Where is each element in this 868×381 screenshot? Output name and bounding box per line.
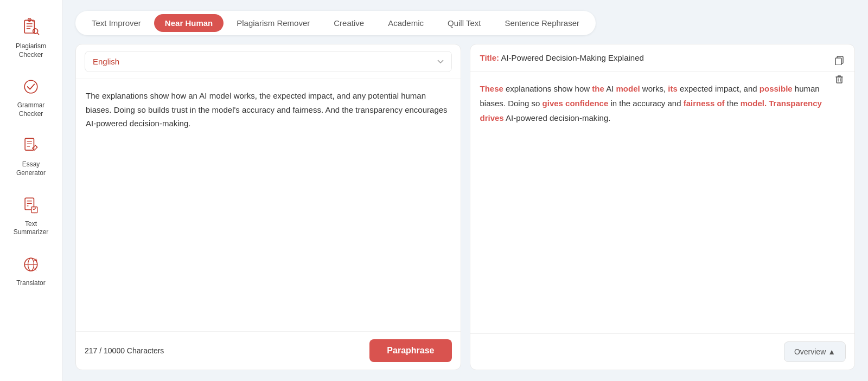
sidebar-item-plagiarism-checker[interactable]: Plagiarism Checker	[7, 11, 55, 64]
output-header: Title: AI-Powered Decision-Making Explai…	[470, 44, 855, 72]
paraphrase-button[interactable]: Paraphrase	[369, 339, 451, 362]
sidebar-item-grammar-checker[interactable]: Grammar Checker	[7, 70, 55, 124]
char-separator: /	[99, 346, 104, 355]
output-word-the: the	[592, 84, 604, 93]
input-panel: English Spanish French German The explan…	[75, 44, 461, 370]
output-text-3: works,	[642, 84, 668, 93]
output-word-these: These	[480, 84, 503, 93]
output-word-its: its	[668, 84, 678, 93]
main-content: Text Improver Near Human Plagiarism Remo…	[62, 0, 868, 381]
delete-button[interactable]	[832, 72, 847, 87]
tab-plagiarism-remover[interactable]: Plagiarism Remover	[226, 14, 321, 32]
output-panel: Title: AI-Powered Decision-Making Explai…	[470, 44, 856, 370]
overview-button[interactable]: Overview ▲	[784, 341, 846, 362]
tab-creative[interactable]: Creative	[323, 14, 375, 32]
sidebar-item-plagiarism-checker-label: Plagiarism Checker	[11, 42, 51, 59]
tab-academic[interactable]: Academic	[377, 14, 435, 32]
svg-rect-25	[835, 58, 841, 65]
output-word-possible: possible	[760, 84, 793, 93]
content-area: English Spanish French German The explan…	[75, 44, 855, 370]
delete-icon	[834, 74, 845, 85]
sidebar-item-translator-label: Translator	[16, 279, 46, 288]
sidebar-item-text-summarizer-label: Text Summarizer	[11, 220, 51, 237]
essay-generator-icon	[20, 134, 42, 157]
plagiarism-checker-icon	[20, 16, 42, 39]
sidebar-item-essay-generator-label: Essay Generator	[11, 160, 51, 177]
title-text: AI-Powered Decision-Making Explained	[501, 53, 643, 62]
output-text-2: AI	[606, 84, 616, 93]
svg-rect-26	[837, 77, 842, 83]
output-body: These explanations show how the AI model…	[470, 72, 855, 333]
input-footer: 217 / 10000 Characters Paraphrase	[76, 331, 461, 370]
text-summarizer-icon	[20, 194, 42, 217]
svg-rect-18	[31, 206, 37, 212]
svg-point-9	[24, 80, 37, 93]
tab-sentence-rephraser[interactable]: Sentence Rephraser	[494, 14, 590, 32]
svg-line-14	[35, 145, 37, 147]
char-label: Characters	[127, 346, 164, 355]
input-textarea[interactable]: The explanations show how an AI model wo…	[76, 79, 461, 331]
output-action-icons	[832, 52, 847, 87]
sidebar-item-essay-generator[interactable]: Essay Generator	[7, 129, 55, 183]
char-max: 10000	[104, 346, 125, 355]
svg-text:A: A	[35, 257, 37, 261]
output-text-4: expected impact, and	[680, 84, 760, 93]
output-title: Title: AI-Powered Decision-Making Explai…	[480, 53, 644, 62]
copy-icon	[834, 54, 845, 65]
output-word-model: model	[616, 84, 640, 93]
copy-button[interactable]	[832, 52, 847, 67]
sidebar-item-text-summarizer[interactable]: Text Summarizer	[7, 189, 55, 242]
translator-icon: A 文	[20, 253, 42, 276]
svg-text:文: 文	[34, 267, 37, 270]
language-select-wrap: English Spanish French German	[76, 44, 461, 79]
language-select[interactable]: English Spanish French German	[85, 51, 452, 72]
tab-bar: Text Improver Near Human Plagiarism Remo…	[75, 11, 596, 35]
svg-line-5	[37, 33, 39, 35]
output-text-1: explanations show how	[506, 84, 592, 93]
output-text-7: the	[727, 99, 741, 108]
output-text-8: AI-powered decision-making.	[506, 113, 610, 122]
output-footer: Overview ▲	[470, 333, 855, 370]
tab-near-human[interactable]: Near Human	[154, 14, 224, 32]
tab-text-improver[interactable]: Text Improver	[81, 14, 152, 32]
sidebar-item-translator[interactable]: A 文 Translator	[7, 248, 55, 293]
output-word-fairness-of: fairness of	[684, 99, 725, 108]
sidebar-item-grammar-checker-label: Grammar Checker	[11, 101, 51, 118]
output-text-6: in the accuracy and	[610, 99, 683, 108]
char-current: 217	[85, 346, 97, 355]
output-word-gives-confidence: gives confidence	[542, 99, 609, 108]
char-count: 217 / 10000 Characters	[85, 346, 164, 355]
sidebar: Plagiarism Checker Grammar Checker Essay…	[0, 0, 62, 381]
grammar-checker-icon	[20, 75, 42, 98]
title-label: Title:	[480, 53, 500, 62]
tab-quill-text[interactable]: Quill Text	[437, 14, 492, 32]
